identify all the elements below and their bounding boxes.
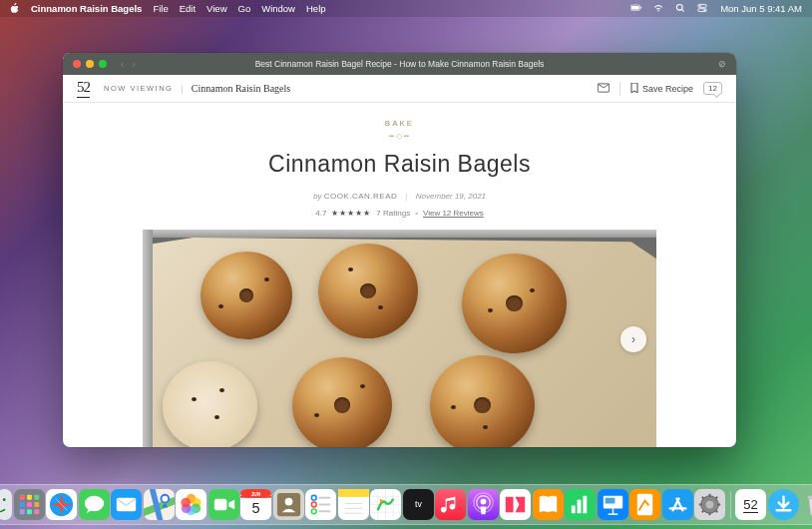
comment-count-badge[interactable]: 12 <box>703 82 722 95</box>
svg-rect-18 <box>19 502 24 507</box>
menu-view[interactable]: View <box>206 3 226 14</box>
window-maximize-button[interactable] <box>99 60 107 68</box>
dock-launchpad[interactable] <box>14 489 45 520</box>
dock-system-settings[interactable] <box>694 489 725 520</box>
menu-help[interactable]: Help <box>306 3 326 14</box>
menu-file[interactable]: File <box>153 3 168 14</box>
svg-rect-2 <box>640 6 641 8</box>
svg-rect-23 <box>34 509 39 514</box>
menubar: Cinnamon Raisin Bagels File Edit View Go… <box>0 0 812 17</box>
svg-point-6 <box>699 5 701 7</box>
dock-keynote[interactable] <box>598 489 628 520</box>
menu-edit[interactable]: Edit <box>180 3 196 14</box>
svg-point-13 <box>3 498 6 501</box>
byline-prefix: by <box>313 192 321 201</box>
dock-photos[interactable] <box>176 489 206 520</box>
dock-messages[interactable] <box>79 489 110 520</box>
header-separator <box>619 82 620 96</box>
window-close-button[interactable] <box>73 60 81 68</box>
menu-window[interactable]: Window <box>261 3 295 14</box>
dock-safari[interactable] <box>46 489 77 520</box>
bookmark-icon <box>630 83 638 95</box>
svg-rect-29 <box>117 498 136 512</box>
svg-text:tv: tv <box>415 499 422 509</box>
dock-maps[interactable] <box>144 489 175 520</box>
category-label[interactable]: BAKE <box>63 119 736 128</box>
svg-line-101 <box>715 497 717 499</box>
wifi-icon[interactable] <box>652 3 664 15</box>
menu-go[interactable]: Go <box>238 3 251 14</box>
dock-tv[interactable]: tv <box>403 489 434 520</box>
dock-recent-food52[interactable]: 52 <box>735 489 766 520</box>
window-title: Best Cinnamon Raisin Bagel Recipe - How … <box>255 59 545 69</box>
carousel-next-button[interactable]: › <box>620 326 646 352</box>
publish-date: November 19, 2021 <box>416 192 486 201</box>
svg-rect-21 <box>19 509 24 514</box>
battery-icon[interactable] <box>630 3 642 15</box>
view-reviews-link[interactable]: View 12 Reviews <box>423 209 484 218</box>
svg-rect-11 <box>0 489 12 520</box>
dock-downloads[interactable] <box>768 489 799 520</box>
svg-rect-82 <box>605 498 614 504</box>
dock-numbers[interactable] <box>565 489 596 520</box>
apple-logo-icon[interactable] <box>10 3 20 15</box>
svg-point-93 <box>706 501 714 509</box>
category-ornament-icon: ━◇━ <box>63 132 736 141</box>
control-center-icon[interactable] <box>696 3 708 15</box>
svg-point-3 <box>677 4 683 10</box>
svg-rect-87 <box>662 489 693 520</box>
dock-trash[interactable] <box>800 489 812 520</box>
svg-rect-17 <box>34 495 39 500</box>
dock-appstore[interactable] <box>662 489 693 520</box>
menubar-clock[interactable]: Mon Jun 5 9:41 AM <box>720 3 802 14</box>
window-minimize-button[interactable] <box>86 60 94 68</box>
svg-rect-40 <box>213 499 226 511</box>
nav-forward-button[interactable]: › <box>132 59 135 70</box>
now-viewing-label: NOW VIEWING <box>104 84 173 93</box>
breadcrumb-separator: | <box>181 84 183 94</box>
svg-rect-103 <box>808 496 812 499</box>
dock-finder[interactable] <box>0 489 12 520</box>
browser-window: ‹ › Best Cinnamon Raisin Bagel Recipe - … <box>63 53 736 447</box>
window-clear-icon[interactable]: ⊘ <box>718 59 726 69</box>
svg-rect-15 <box>19 495 24 500</box>
dock-freeform[interactable] <box>370 489 401 520</box>
site-logo[interactable]: 52 <box>77 79 90 98</box>
window-titlebar[interactable]: ‹ › Best Cinnamon Raisin Bagel Recipe - … <box>63 53 736 75</box>
svg-rect-79 <box>583 496 587 513</box>
menubar-app-name[interactable]: Cinnamon Raisin Bagels <box>31 3 142 14</box>
dock-news[interactable] <box>500 489 531 520</box>
svg-rect-16 <box>27 495 32 500</box>
byline: by COOK.CAN.READ | November 19, 2021 <box>63 192 736 201</box>
dock-podcasts[interactable] <box>468 489 499 520</box>
email-icon[interactable] <box>598 83 609 95</box>
star-icons: ★★★★★ <box>331 209 371 218</box>
svg-line-4 <box>682 9 684 11</box>
svg-line-100 <box>702 510 704 512</box>
dock-books[interactable] <box>533 489 564 520</box>
search-icon[interactable] <box>674 3 686 15</box>
dock-pages[interactable] <box>629 489 660 520</box>
dock-calendar[interactable]: JUN5 <box>240 489 271 520</box>
breadcrumb-title[interactable]: Cinnamon Raisin Bagels <box>192 83 290 94</box>
dot-separator: • <box>415 209 418 218</box>
author-link[interactable]: COOK.CAN.READ <box>324 192 398 201</box>
dock-notes[interactable] <box>338 489 369 520</box>
svg-rect-86 <box>637 494 653 515</box>
svg-rect-56 <box>338 494 369 497</box>
save-recipe-button[interactable]: Save Recipe <box>630 83 693 95</box>
dock-facetime[interactable] <box>208 489 239 520</box>
dock-contacts[interactable] <box>273 489 304 520</box>
site-header: 52 NOW VIEWING | Cinnamon Raisin Bagels … <box>63 75 736 103</box>
svg-rect-69 <box>435 489 466 520</box>
article-body: BAKE ━◇━ Cinnamon Raisin Bagels by COOK.… <box>63 103 736 447</box>
rating-value: 4.7 <box>315 209 326 218</box>
svg-rect-78 <box>578 500 582 514</box>
dock-mail[interactable] <box>111 489 142 520</box>
dock-separator <box>730 491 731 519</box>
svg-point-27 <box>84 496 103 512</box>
dock-reminders[interactable] <box>305 489 336 520</box>
nav-back-button[interactable]: ‹ <box>121 59 124 70</box>
dock-music[interactable] <box>435 489 466 520</box>
byline-separator: | <box>405 192 407 201</box>
